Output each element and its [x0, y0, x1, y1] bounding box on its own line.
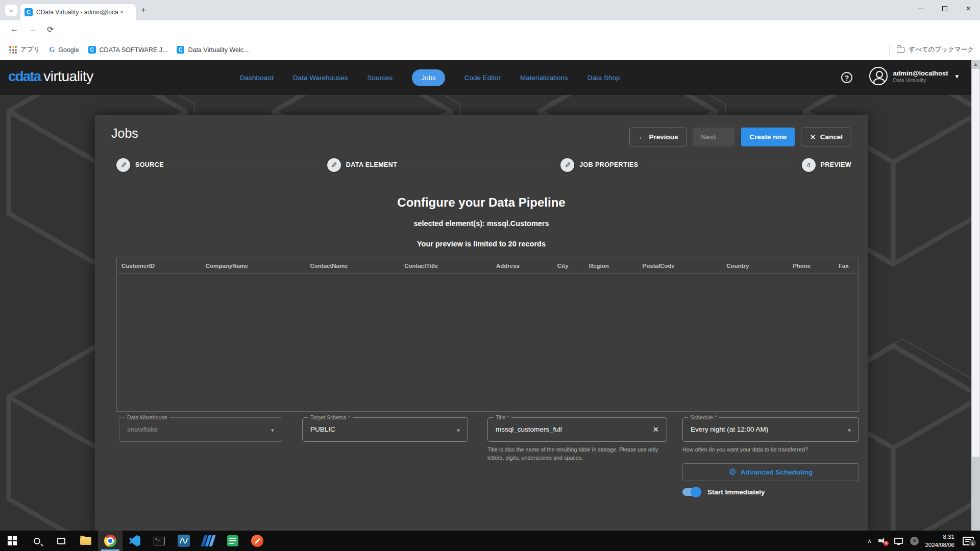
nav-code-editor[interactable]: Code Editor: [464, 74, 501, 82]
bookmark-data-virtuality[interactable]: C Data Virtuality Welc...: [177, 46, 249, 54]
tab-close-icon[interactable]: ×: [120, 9, 124, 16]
apps-grid-icon: [9, 46, 17, 54]
all-bookmarks[interactable]: すべてのブックマーク: [889, 45, 974, 55]
cancel-button[interactable]: ✕ Cancel: [801, 128, 851, 146]
nav-data-warehouses[interactable]: Data Warehouses: [293, 74, 348, 82]
task-view-button[interactable]: [49, 531, 74, 551]
maximize-icon: [942, 6, 947, 11]
gear-icon: ⚙: [729, 467, 737, 478]
command-prompt-icon: >_: [154, 537, 165, 545]
tab-title: CData Virtuality - admin@locall: [36, 9, 118, 16]
pen-app-button[interactable]: [245, 531, 270, 551]
title-helper-text: Title is also the name of the resulting …: [487, 446, 658, 462]
step-label: PREVIEW: [821, 161, 851, 168]
column-header[interactable]: ContactTitle: [400, 263, 492, 269]
nav-data-shop[interactable]: Data Shop: [587, 74, 620, 82]
step-connector: [646, 165, 795, 165]
window-controls: — ×: [910, 0, 980, 17]
tray-expand-icon[interactable]: ∧: [867, 538, 871, 544]
taskbar-clock[interactable]: 8:31 2024/08/06: [925, 533, 954, 549]
folder-icon: [897, 47, 904, 53]
network-icon[interactable]: [894, 538, 903, 544]
reload-button[interactable]: ⟳: [47, 24, 54, 34]
chevron-down-icon: ▾: [955, 72, 959, 80]
windows-logo-icon: [8, 536, 17, 545]
step-label: JOB PROPERTIES: [579, 161, 638, 168]
pencil-icon: ✎: [116, 158, 130, 172]
taskbar-search-button[interactable]: [24, 531, 49, 551]
nav-sources[interactable]: Sources: [368, 74, 393, 82]
schedule-select[interactable]: Schedule * Every night (at 12:00 AM) ▼: [682, 417, 859, 442]
previous-button[interactable]: ← Previous: [629, 128, 687, 146]
close-button[interactable]: ×: [957, 0, 980, 17]
step-job-properties[interactable]: ✎ JOB PROPERTIES: [560, 158, 638, 172]
dropdown-arrow-icon: ▼: [456, 428, 461, 433]
vscode-button[interactable]: [122, 531, 147, 551]
jobs-panel: Jobs ← Previous Next → Create now ✕ Canc…: [95, 115, 868, 531]
tab-search-button[interactable]: ⌄: [5, 5, 17, 16]
nav-dashboard[interactable]: Dashboard: [240, 74, 274, 82]
browser-tab[interactable]: C CData Virtuality - admin@locall ×: [20, 4, 136, 20]
data-warehouse-select[interactable]: Data Warehouse snowflake ▼: [119, 417, 282, 442]
selected-elements-text: selected element(s): mssql.Customers: [95, 219, 868, 228]
notification-badge: 1: [969, 539, 976, 547]
start-immediately-toggle[interactable]: [682, 488, 701, 496]
status-x-icon[interactable]: ✕: [910, 537, 919, 545]
app-viewport: cdatavirtuality Dashboard Data Warehouse…: [0, 60, 980, 531]
layers-app-button[interactable]: [196, 531, 220, 551]
clock-date: 2024/08/06: [925, 541, 954, 549]
layers-icon: [203, 535, 214, 546]
column-header[interactable]: Region: [584, 263, 638, 269]
clear-icon[interactable]: ✕: [652, 425, 659, 434]
column-header[interactable]: PostalCode: [638, 263, 722, 269]
column-header[interactable]: CustomerID: [117, 263, 201, 269]
terminal-button[interactable]: >_: [147, 531, 172, 551]
nav-jobs[interactable]: Jobs: [412, 69, 445, 86]
step-source[interactable]: ✎ SOURCE: [116, 158, 164, 172]
chrome-button[interactable]: [98, 531, 122, 551]
account-menu[interactable]: admin@localhost Data Virtuality ▾: [869, 67, 959, 85]
column-header[interactable]: Fax: [834, 263, 859, 269]
back-button[interactable]: ←: [10, 24, 18, 34]
title-input[interactable]: Title * mssql_customers_full ✕: [487, 417, 667, 442]
schedule-helper-text: How often do you want your data to be tr…: [682, 446, 856, 454]
column-header[interactable]: City: [553, 263, 584, 269]
notes-app-button[interactable]: [220, 531, 245, 551]
column-header[interactable]: Address: [492, 263, 553, 269]
column-header[interactable]: Phone: [788, 263, 834, 269]
field-value: Every night (at 12:00 AM): [691, 425, 768, 433]
column-header[interactable]: Country: [722, 263, 788, 269]
maximize-button[interactable]: [933, 0, 957, 17]
apps-shortcut[interactable]: アプリ: [9, 45, 40, 54]
action-center-button[interactable]: 1: [963, 537, 974, 545]
close-icon: ×: [966, 4, 970, 13]
new-tab-button[interactable]: +: [141, 6, 146, 15]
step-preview[interactable]: 4 PREVIEW: [802, 158, 851, 172]
bookmark-cdata-software[interactable]: C CDATA SOFTWARE J...: [88, 46, 168, 54]
next-button[interactable]: Next →: [693, 128, 736, 146]
file-explorer-button[interactable]: [74, 531, 98, 551]
bookmark-google[interactable]: G Google: [49, 46, 79, 54]
field-label: Target Schema *: [308, 414, 353, 420]
help-icon[interactable]: ?: [841, 72, 852, 83]
minimize-icon: —: [918, 5, 924, 12]
volume-muted-icon[interactable]: ✕: [878, 537, 888, 545]
nav-materializations[interactable]: Materializations: [520, 74, 568, 82]
advanced-scheduling-button[interactable]: ⚙ Advanced Scheduling: [682, 463, 859, 481]
minimize-button[interactable]: —: [910, 0, 933, 17]
screen: ⌄ C CData Virtuality - admin@locall × + …: [0, 0, 980, 551]
start-button[interactable]: [0, 531, 24, 551]
next-label: Next: [701, 133, 716, 141]
task-view-icon: [57, 538, 65, 544]
cdata-virtuality-logo[interactable]: cdatavirtuality: [8, 68, 93, 85]
target-schema-select[interactable]: Target Schema * PUBLIC ▼: [302, 417, 468, 442]
column-header[interactable]: CompanyName: [201, 263, 306, 269]
column-header[interactable]: ContactName: [305, 263, 400, 269]
step-data-element[interactable]: ✎ DATA ELEMENT: [327, 158, 397, 172]
create-now-button[interactable]: Create now: [741, 128, 795, 146]
scrollbar-thumb[interactable]: [972, 69, 979, 457]
page-scrollbar[interactable]: ▲: [971, 60, 980, 531]
scrollbar-up-icon[interactable]: ▲: [971, 60, 980, 69]
forward-button[interactable]: →: [29, 24, 37, 34]
sql-tool-button[interactable]: [172, 531, 196, 551]
